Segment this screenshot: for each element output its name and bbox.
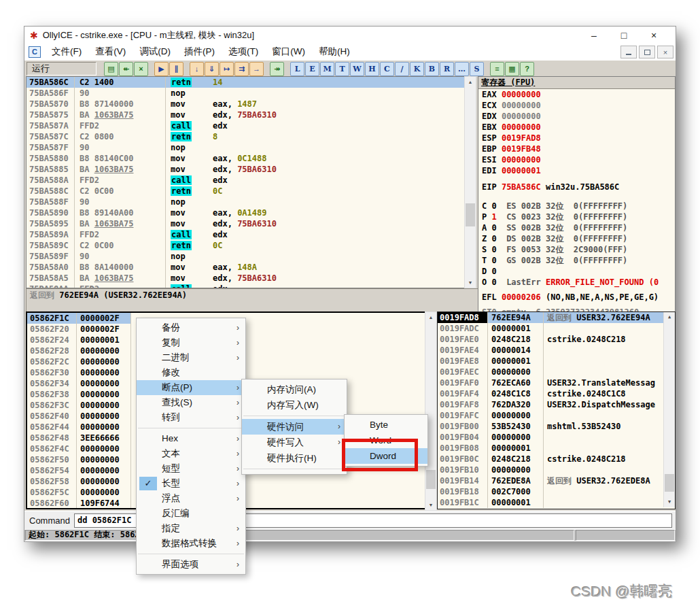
close-button[interactable]: × bbox=[639, 30, 669, 41]
stack-row[interactable]: 0019FB1000000000 bbox=[438, 465, 675, 475]
bp-item-hardware-access[interactable]: 硬件访问› bbox=[242, 419, 347, 435]
disassembly-scrollbar[interactable]: ▲ ▼ bbox=[464, 76, 476, 288]
goto-address-button[interactable]: ↠ bbox=[270, 62, 284, 76]
ctx-item-binary[interactable]: 二进制› bbox=[137, 350, 245, 365]
disasm-row[interactable]: 75BA588AFFD2calledx bbox=[27, 175, 465, 186]
flag-row[interactable]: P 1 CS 0023 32位 0(FFFFFFFF) bbox=[478, 212, 675, 222]
view-cpu-button[interactable]: C bbox=[380, 62, 394, 76]
flag-row[interactable]: A 0 SS 002B 32位 0(FFFFFFFF) bbox=[478, 222, 675, 233]
stack-row[interactable]: 0019FB1C00000001 bbox=[438, 497, 675, 508]
ctx-item-long[interactable]: ✓长型› bbox=[137, 476, 245, 491]
disasm-row[interactable]: 75BA588CC2 0C00retn0C bbox=[27, 186, 465, 197]
animate-into-button[interactable]: ↦ bbox=[220, 62, 234, 76]
stack-row[interactable]: 0019FADC00000001 bbox=[438, 323, 675, 334]
menu-debug[interactable]: 调试(D) bbox=[133, 44, 177, 59]
ctx-item-breakpoint[interactable]: 断点(P)› bbox=[137, 380, 245, 395]
stack-row[interactable]: 0019FAFC00000000 bbox=[438, 410, 675, 421]
ctx-item-copy[interactable]: 复制› bbox=[137, 335, 245, 350]
view-references-button[interactable]: R bbox=[440, 62, 454, 76]
disasm-row[interactable]: 75BA587AFFD2calledx bbox=[27, 120, 465, 131]
disasm-row[interactable]: 75BA5895BA 1063BA75movedx, 75BA6310 bbox=[27, 218, 465, 229]
disasm-row[interactable]: 75BA589F90nop bbox=[27, 251, 465, 262]
disasm-row[interactable]: 75BA587F90nop bbox=[27, 142, 465, 153]
ctx-item-backup[interactable]: 备份› bbox=[137, 320, 245, 335]
view-memory-button[interactable]: M bbox=[320, 62, 334, 76]
mdi-restore-button[interactable] bbox=[639, 46, 655, 58]
step-into-button[interactable]: ↓ bbox=[190, 62, 204, 76]
disasm-row[interactable]: 75BA586F90nop bbox=[27, 88, 465, 99]
flag-row[interactable]: C 0 ES 002B 32位 0(FFFFFFFF) bbox=[478, 201, 675, 212]
bp-item-hardware-execute[interactable]: 硬件执行(H) bbox=[242, 450, 347, 466]
ctx-item-short[interactable]: 短型› bbox=[137, 461, 245, 476]
stack-row[interactable]: 0019FB0400000000 bbox=[438, 432, 675, 443]
stack-row[interactable]: 0019FAD8762EE94A返回到 USER32.762EE94A bbox=[438, 312, 675, 323]
stack-row[interactable]: 0019FB14762EDE8A返回到 USER32.762EDE8A bbox=[438, 475, 675, 486]
register-row[interactable]: ESP 0019FAD8 bbox=[478, 133, 675, 143]
scroll-down-icon[interactable]: ▼ bbox=[664, 497, 675, 507]
efl-row[interactable]: EFL 00000206 (NO,NB,NE,A,NS,PE,GE,G) bbox=[478, 292, 675, 303]
step-over-button[interactable]: ⇓ bbox=[205, 62, 219, 76]
open-file-button[interactable]: ▤ bbox=[104, 62, 118, 76]
stack-row[interactable]: 0019FB0800000001 bbox=[438, 443, 675, 454]
disasm-row[interactable]: 75BA5885BA 1063BA75movedx, 75BA6310 bbox=[27, 164, 465, 175]
stack-row[interactable]: 0019FAE800000001 bbox=[438, 356, 675, 367]
ctx-item-text[interactable]: 文本› bbox=[137, 446, 245, 461]
register-row[interactable]: EDX 00000000 bbox=[478, 111, 675, 122]
close-program-button[interactable]: × bbox=[134, 62, 148, 76]
view-patches-button[interactable]: / bbox=[395, 62, 409, 76]
disasm-row[interactable]: 75BA5880B8 88140C00moveax, 0C1488 bbox=[27, 153, 465, 164]
mdi-close-button[interactable]: × bbox=[657, 46, 673, 58]
scroll-up-icon[interactable]: ▲ bbox=[664, 312, 675, 322]
disasm-row[interactable]: 75BA587CC2 0800retn8 bbox=[27, 131, 465, 142]
registers-pane[interactable]: 寄存器 (FPU) EAX 00000000ECX 00000000EDX 00… bbox=[478, 76, 676, 313]
disasm-row[interactable]: 75BA589CC2 0C00retn0C bbox=[27, 240, 465, 251]
stack-row[interactable]: 0019FAF40248C1C8cstrike.0248C1C8 bbox=[438, 388, 675, 399]
execute-till-return-button[interactable]: → bbox=[249, 62, 264, 76]
flag-row[interactable]: Z 0 DS 002B 32位 0(FFFFFFFF) bbox=[478, 233, 675, 244]
disasm-row[interactable]: 75BA589AFFD2calledx bbox=[27, 229, 465, 240]
ctx-item-disassemble[interactable]: 反汇编 bbox=[137, 506, 245, 521]
disasm-row[interactable]: 75BA5890B8 89140A00moveax, 0A1489 bbox=[27, 207, 465, 218]
flag-row[interactable]: O 0 LastErr ERROR_FILE_NOT_FOUND (0 bbox=[478, 277, 675, 288]
scrollbar-thumb[interactable] bbox=[426, 470, 436, 489]
stack-row[interactable]: 0019FAF8762DA320USER32.DispatchMessage bbox=[438, 399, 675, 410]
stack-row[interactable]: 0019FAE00248C218cstrike.0248C218 bbox=[438, 334, 675, 345]
animate-over-button[interactable]: ⇉ bbox=[234, 62, 249, 76]
menu-plugins[interactable]: 插件(P) bbox=[177, 44, 222, 59]
hw-item-byte[interactable]: Byte bbox=[345, 417, 427, 433]
view-windows-button[interactable]: W bbox=[350, 62, 364, 76]
scrollbar-thumb[interactable] bbox=[466, 203, 475, 226]
bp-item-memory-write[interactable]: 内存写入(W) bbox=[242, 397, 347, 413]
ctx-item-modify[interactable]: 修改 bbox=[137, 365, 245, 380]
disasm-row[interactable]: 75BA58A0B8 8A140000moveax, 148A bbox=[27, 262, 465, 273]
bp-item-memory-access[interactable]: 内存访问(A) bbox=[242, 382, 347, 397]
view-handles-button[interactable]: H bbox=[365, 62, 379, 76]
minimize-button[interactable]: – bbox=[579, 30, 609, 41]
mdi-minimize-button[interactable] bbox=[620, 46, 637, 58]
disasm-row[interactable]: 75BA588F90nop bbox=[27, 197, 465, 207]
scrollbar-thumb[interactable] bbox=[665, 474, 674, 492]
stack-row[interactable]: 0019FB0053B52430mshtml.53B52430 bbox=[438, 421, 675, 432]
view-breakpoints-button[interactable]: B bbox=[425, 62, 439, 76]
menu-help[interactable]: 帮助(H) bbox=[312, 44, 357, 59]
stack-scrollbar[interactable]: ▲ ▼ bbox=[663, 312, 675, 507]
disasm-row[interactable]: 75BA58AAFFD2calledx bbox=[27, 284, 465, 288]
scroll-up-icon[interactable]: ▲ bbox=[425, 312, 436, 322]
view-run-trace-button[interactable]: … bbox=[455, 62, 469, 76]
scroll-down-icon[interactable]: ▼ bbox=[465, 277, 476, 288]
scroll-up-icon[interactable]: ▲ bbox=[465, 77, 476, 87]
register-row[interactable]: EIP 75BA586C win32u.75BA586C bbox=[478, 182, 675, 192]
view-source-button[interactable]: S bbox=[470, 62, 484, 76]
ctx-item-special[interactable]: 指定› bbox=[137, 521, 245, 536]
stack-pane[interactable]: 0019FAD8762EE94A返回到 USER32.762EE94A0019F… bbox=[437, 311, 676, 509]
view-log-button[interactable]: L bbox=[290, 62, 304, 76]
register-row[interactable]: EBP 0019FB48 bbox=[478, 143, 675, 154]
menu-view[interactable]: 查看(V) bbox=[88, 44, 133, 59]
flag-row[interactable]: S 0 FS 0053 32位 2C9000(FFF) bbox=[478, 244, 675, 255]
disasm-row[interactable]: 75BA5875BA 1063BA75movedx, 75BA6310 bbox=[27, 109, 465, 120]
flag-row[interactable]: D 0 bbox=[478, 266, 675, 277]
appearance-button[interactable]: ▦ bbox=[505, 62, 519, 76]
register-row[interactable]: EAX 00000000 bbox=[478, 89, 675, 100]
menu-file[interactable]: 文件(F) bbox=[45, 44, 88, 59]
stack-row[interactable]: 0019FAEC00000000 bbox=[438, 367, 675, 377]
